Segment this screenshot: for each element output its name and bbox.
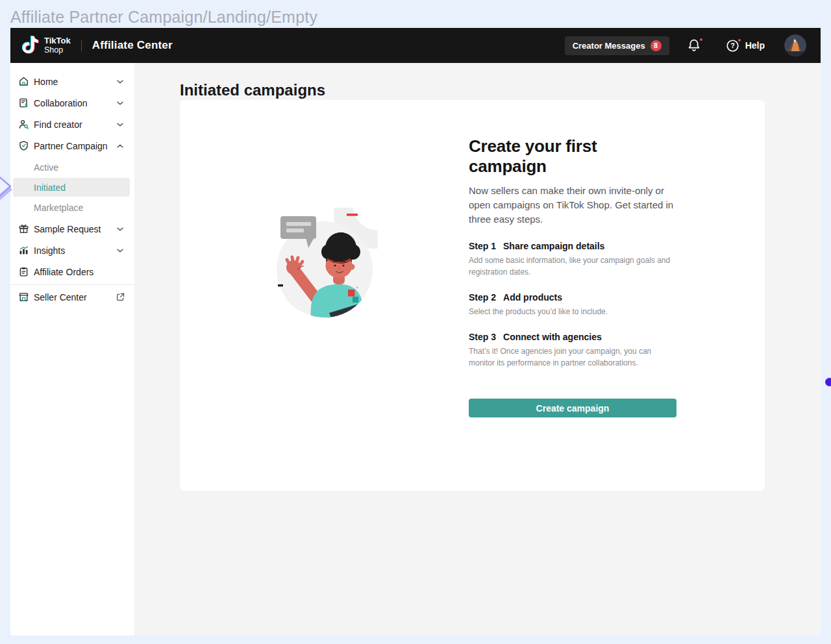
step-3-description: That’s it! Once agencies join your campa… bbox=[469, 346, 671, 369]
step-3-label: Step 3 bbox=[469, 332, 496, 342]
empty-state-illustration bbox=[269, 203, 390, 321]
gift-icon bbox=[18, 223, 29, 234]
empty-state-card: Create your first campaign Now sellers c… bbox=[180, 100, 765, 491]
tiktok-shop-logo[interactable]: TikTok Shop bbox=[22, 34, 71, 57]
svg-text:?: ? bbox=[730, 42, 735, 49]
main-content: Initiated campaigns bbox=[134, 63, 821, 636]
empty-state-description: Now sellers can make their own invite-on… bbox=[469, 184, 678, 227]
step-1: Step 1 Share campaign details Add some b… bbox=[469, 241, 678, 278]
logo-wordmark: TikTok Shop bbox=[44, 36, 71, 55]
tiktok-note-icon bbox=[22, 34, 40, 57]
canvas-frame-title: Affiliate Partner Campaign/Landing/Empty bbox=[10, 8, 317, 27]
canvas-cursor-arrow bbox=[0, 171, 14, 208]
sidebar-nav: Home Collaboration Find creator bbox=[10, 63, 134, 636]
header-divider bbox=[81, 40, 82, 51]
home-icon bbox=[18, 76, 29, 87]
sidebar-item-find-creator[interactable]: Find creator bbox=[10, 114, 134, 135]
collaboration-icon bbox=[18, 97, 29, 108]
sidebar-item-affiliate-orders[interactable]: Affiliate Orders bbox=[10, 261, 134, 282]
step-2-label: Step 2 bbox=[469, 292, 496, 303]
waving-person-illustration bbox=[269, 203, 390, 318]
find-creator-icon bbox=[18, 119, 29, 130]
messages-count-badge: 8 bbox=[651, 40, 662, 51]
chevron-down-icon bbox=[115, 119, 125, 130]
chevron-down-icon bbox=[115, 77, 125, 87]
create-campaign-button[interactable]: Create campaign bbox=[469, 399, 676, 417]
steps-list: Step 1 Share campaign details Add some b… bbox=[469, 241, 678, 369]
chevron-up-icon bbox=[115, 141, 125, 151]
notifications-button[interactable] bbox=[686, 38, 702, 53]
page-title: Initiated campaigns bbox=[180, 81, 325, 99]
insights-icon bbox=[18, 245, 29, 256]
chevron-down-icon bbox=[115, 224, 125, 234]
teal-square-accent bbox=[353, 297, 358, 303]
sidebar-item-home[interactable]: Home bbox=[10, 71, 134, 92]
shield-icon bbox=[18, 140, 29, 151]
step-3: Step 3 Connect with agencies That’s it! … bbox=[469, 332, 678, 369]
sidebar-item-sample-request[interactable]: Sample Request bbox=[10, 218, 134, 240]
step-2-description: Select the products you’d like to includ… bbox=[469, 306, 671, 317]
chevron-down-icon bbox=[115, 98, 125, 108]
top-header: TikTok Shop Affiliate Center Creator Mes… bbox=[10, 28, 821, 63]
sidebar-item-partner-campaign[interactable]: Partner Campaign bbox=[10, 135, 134, 156]
step-1-title: Share campaign details bbox=[503, 241, 604, 251]
help-dot bbox=[737, 38, 742, 43]
step-1-description: Add some basic information, like your ca… bbox=[469, 255, 671, 278]
step-3-title: Connect with agencies bbox=[503, 332, 602, 342]
red-square-accent bbox=[348, 290, 355, 297]
app-name: Affiliate Center bbox=[92, 39, 173, 52]
help-button[interactable]: ? Help bbox=[725, 38, 765, 53]
header-actions: Creator Messages 8 ? Help bbox=[565, 34, 806, 56]
step-2-title: Add products bbox=[503, 292, 562, 303]
sidebar-subitem-initiated[interactable]: Initiated bbox=[13, 178, 130, 197]
canvas-purple-dot bbox=[825, 378, 831, 386]
empty-state-copy: Create your first campaign Now sellers c… bbox=[469, 136, 678, 417]
store-icon bbox=[18, 291, 29, 303]
sidebar-item-seller-center[interactable]: Seller Center bbox=[10, 286, 134, 308]
notification-dot bbox=[699, 37, 704, 42]
external-link-icon bbox=[116, 292, 125, 302]
creator-messages-button[interactable]: Creator Messages 8 bbox=[565, 36, 669, 55]
sidebar-divider bbox=[10, 284, 134, 285]
empty-state-title: Create your first campaign bbox=[469, 136, 678, 177]
step-2: Step 2 Add products Select the products … bbox=[469, 292, 678, 317]
black-dash-accent bbox=[278, 284, 283, 286]
step-1-label: Step 1 bbox=[469, 241, 496, 251]
avatar-mountain-photo bbox=[784, 34, 806, 56]
sidebar-subitem-marketplace[interactable]: Marketplace bbox=[13, 198, 130, 217]
sidebar-subitem-active[interactable]: Active bbox=[13, 158, 130, 177]
red-dash-accent bbox=[347, 214, 358, 216]
chevron-down-icon bbox=[115, 245, 125, 256]
app-window: TikTok Shop Affiliate Center Creator Mes… bbox=[10, 28, 821, 636]
clipboard-icon bbox=[18, 266, 29, 277]
sidebar-item-collaboration[interactable]: Collaboration bbox=[10, 92, 134, 114]
user-avatar[interactable] bbox=[784, 34, 806, 56]
sidebar-item-insights[interactable]: Insights bbox=[10, 240, 134, 261]
